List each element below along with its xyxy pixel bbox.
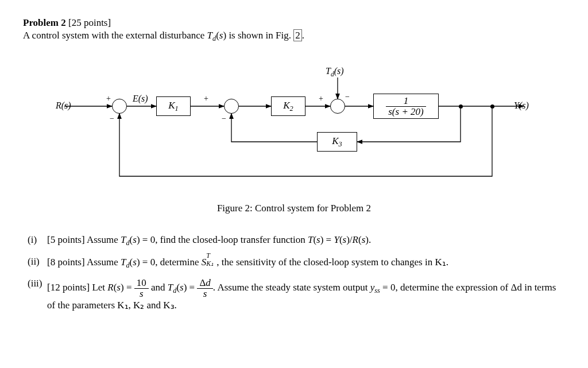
figure-caption: Figure 2: Control system for Problem 2 [23, 203, 565, 214]
diagram-wires [56, 66, 532, 192]
label-Td: Td(s) [326, 66, 344, 78]
sum1-minus: − [110, 114, 114, 123]
plant-den: s(s + 20) [386, 106, 426, 117]
sum2-plus: + [204, 94, 208, 103]
plant-num: 1 [386, 96, 426, 106]
sum1-plus: + [106, 94, 111, 103]
problem-points: [25 points] [68, 17, 111, 28]
label-R: R(s) [56, 100, 71, 111]
problem-intro: A control system with the external distu… [23, 30, 565, 43]
part-iii: (iii) [12 points] Let R(s) = 10s and Td(… [28, 278, 565, 311]
block-K1: K1 [156, 96, 191, 116]
sum3-minus: − [345, 92, 350, 102]
fig-ref-link[interactable]: 2 [293, 29, 302, 41]
block-diagram: R(s) + − E(s) K1 + − K2 + − Td(s) 1 s(s … [56, 66, 532, 192]
question-list: (i) [5 points] Assume Td(s) = 0, find th… [23, 234, 565, 311]
problem-title: Problem 2 [23, 17, 66, 28]
sum2-minus: − [222, 114, 226, 123]
label-Y: Y(s) [514, 100, 529, 111]
part-i: (i) [5 points] Assume Td(s) = 0, find th… [28, 234, 565, 247]
label-E: E(s) [133, 94, 148, 104]
block-plant: 1 s(s + 20) [373, 94, 439, 119]
part-ii: (ii) [8 points] Assume Td(s) = 0, determ… [28, 256, 565, 270]
sum3-plus: + [319, 94, 323, 103]
block-K2: K2 [271, 96, 305, 116]
block-K3: K3 [317, 132, 357, 152]
